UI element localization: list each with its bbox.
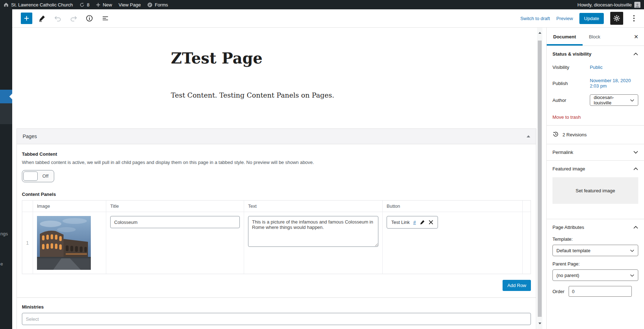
admin-menu-item[interactable] <box>0 103 12 124</box>
editor-header: Switch to draft Preview Update <box>12 9 644 28</box>
status-visibility-header[interactable]: Status & visibility <box>552 51 638 57</box>
text-cell: This is a picture of the infamous and fa… <box>244 212 383 274</box>
menu-label-fragment[interactable]: e <box>0 261 3 267</box>
toggle-knob[interactable] <box>23 171 38 181</box>
admin-menu-active-item[interactable] <box>0 90 12 103</box>
table-header-row: Image Title Text Button <box>22 201 531 212</box>
forms-label: Forms <box>155 2 168 8</box>
add-row-button[interactable]: Add Row <box>503 280 531 291</box>
block-inserter-button[interactable] <box>21 13 32 24</box>
move-to-trash-link[interactable]: Move to trash <box>552 114 581 120</box>
link-url[interactable]: # <box>413 220 416 225</box>
toggle-state-label: Off <box>42 170 48 182</box>
pages-metabox: Pages Tabbed Content When tabbed content… <box>17 128 536 329</box>
set-featured-image-button[interactable]: Set featured image <box>552 177 638 204</box>
link-field: Test Link # <box>387 216 438 229</box>
undo-button[interactable] <box>52 12 64 24</box>
chevron-down-icon <box>630 273 634 278</box>
panel-title: Featured image <box>552 166 585 171</box>
updates-menu[interactable]: 8 <box>79 2 89 8</box>
tab-document[interactable]: Document <box>547 28 583 46</box>
template-select[interactable]: Default template <box>552 245 638 256</box>
parent-page-select[interactable]: (no parent) <box>552 269 638 281</box>
template-label: Template: <box>552 236 638 242</box>
permalink-panel: Permalink <box>547 144 644 161</box>
scroll-up-arrow[interactable] <box>537 30 542 36</box>
chevron-down-icon <box>630 98 634 103</box>
switch-to-draft-link[interactable]: Switch to draft <box>520 16 550 21</box>
preview-link[interactable]: Preview <box>556 16 573 21</box>
colosseum-image[interactable] <box>37 216 91 270</box>
more-options-button[interactable] <box>630 12 638 25</box>
redo-button[interactable] <box>67 12 80 24</box>
edit-mode-button[interactable] <box>36 12 48 24</box>
howdy-text: Howdy, diocesan-louisville <box>578 2 632 8</box>
header-cell-title: Title <box>106 201 244 212</box>
pages-metabox-body: Tabbed Content When tabbed content is ac… <box>17 144 536 329</box>
tabbed-content-label: Tabbed Content <box>22 151 531 157</box>
parent-page-value: (no parent) <box>556 273 579 278</box>
view-page-menu[interactable]: View Page <box>118 2 141 8</box>
revisions-clock-icon <box>552 131 559 138</box>
row-actions-cell <box>523 212 531 274</box>
publish-date-link[interactable]: November 18, 2020 2:03 pm <box>590 78 638 89</box>
featured-image-panel: Featured image Set featured image <box>547 161 644 219</box>
panel-title: Permalink <box>552 150 573 155</box>
post-content-paragraph[interactable]: Test Content. Testing Content Panels on … <box>171 91 433 99</box>
account-menu[interactable]: Howdy, diocesan-louisville <box>578 2 641 8</box>
forms-icon <box>147 2 153 8</box>
revisions-panel[interactable]: 2 Revisions <box>547 126 644 144</box>
page-attributes-header[interactable]: Page Attributes <box>552 225 638 230</box>
field-divider <box>17 297 536 298</box>
post-title[interactable]: ZTest Page <box>171 50 433 67</box>
chevron-down-icon <box>633 150 638 155</box>
button-cell: Test Link # <box>383 212 523 274</box>
active-item-arrow-icon <box>9 94 12 99</box>
remove-link-button[interactable] <box>429 220 433 225</box>
chevron-up-icon <box>633 225 638 230</box>
editor-tools <box>21 12 111 24</box>
new-label: New <box>103 2 112 8</box>
view-page-label: View Page <box>118 2 141 8</box>
panel-title-input[interactable] <box>110 216 240 228</box>
sidebar-tabs: Document Block × <box>547 28 644 46</box>
visibility-value-link[interactable]: Public <box>590 65 602 70</box>
tabbed-content-toggle[interactable]: Off <box>22 170 54 182</box>
chevron-up-icon <box>633 166 638 171</box>
permalink-header[interactable]: Permalink <box>552 150 638 155</box>
table-row: 1 <box>22 212 531 274</box>
metabox-title: Pages <box>23 133 37 139</box>
pages-metabox-header[interactable]: Pages <box>17 129 536 144</box>
settings-gear-button[interactable] <box>610 12 623 25</box>
details-info-button[interactable] <box>83 12 95 24</box>
edit-link-button[interactable] <box>420 220 425 225</box>
header-cell-index <box>22 201 33 212</box>
publish-label: Publish <box>552 81 590 86</box>
settings-sidebar: Document Block × Status & visibility Vis… <box>546 28 644 329</box>
page-attributes-panel: Page Attributes Template: Default templa… <box>547 219 644 302</box>
site-menu[interactable]: St. Lawrence Catholic Church <box>3 2 73 8</box>
canvas-scrollbar[interactable] <box>537 28 542 329</box>
scroll-down-arrow[interactable] <box>537 320 542 326</box>
update-button[interactable]: Update <box>579 13 604 24</box>
forms-menu[interactable]: Forms <box>147 2 168 8</box>
collapse-triangle-icon[interactable] <box>527 135 530 137</box>
ministries-select-input[interactable] <box>22 313 531 325</box>
chevron-down-icon <box>630 248 634 253</box>
publish-row: Publish November 18, 2020 2:03 pm <box>552 78 638 89</box>
status-visibility-panel: Status & visibility Visibility Public Pu… <box>547 46 644 126</box>
author-select[interactable]: diocesan-louisville <box>590 94 638 106</box>
list-view-button[interactable] <box>99 12 111 24</box>
header-cell-button: Button <box>383 201 523 212</box>
scrollbar-thumb[interactable] <box>538 41 542 317</box>
row-index[interactable]: 1 <box>22 212 33 274</box>
order-row: Order <box>552 286 638 297</box>
panel-text-textarea[interactable]: This is a picture of the infamous and fa… <box>248 216 378 247</box>
menu-label-fragment[interactable]: ngs <box>0 231 8 236</box>
featured-image-header[interactable]: Featured image <box>552 166 638 171</box>
header-cell-end <box>523 201 531 212</box>
close-sidebar-button[interactable]: × <box>628 28 644 46</box>
tab-block[interactable]: Block <box>583 28 607 46</box>
order-input[interactable] <box>569 286 632 297</box>
new-menu[interactable]: New <box>96 2 112 8</box>
